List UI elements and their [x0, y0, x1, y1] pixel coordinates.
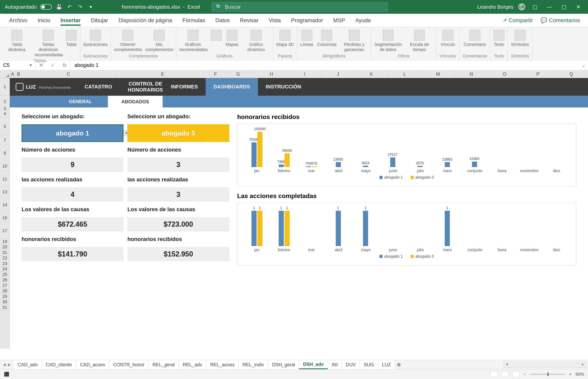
row-header[interactable]: 17	[0, 223, 10, 239]
row-header[interactable]: 25	[0, 272, 10, 277]
formula-input[interactable]: abogado 1	[71, 62, 579, 68]
select-all-corner[interactable]	[0, 70, 10, 78]
row-header[interactable]: 29	[0, 294, 10, 299]
column-header[interactable]: N	[455, 70, 488, 78]
minimize-icon[interactable]: —	[544, 3, 554, 11]
tab-revisar[interactable]: Revisar	[235, 14, 264, 27]
ribbon-item[interactable]: Escala de tiempo	[406, 30, 433, 52]
share-button[interactable]: ↗ Compartir	[499, 17, 537, 24]
maximize-icon[interactable]: ▢	[559, 3, 569, 11]
fx-icon[interactable]: fx	[63, 62, 67, 68]
tab-msp[interactable]: MSP	[328, 14, 350, 27]
column-header[interactable]: M	[421, 70, 455, 78]
ribbon-item[interactable]: Tabla	[66, 30, 77, 47]
sheet-tab-REL_adv[interactable]: REL_adv	[179, 360, 206, 369]
ribbon-display-icon[interactable]: ▢	[530, 3, 540, 11]
sheet-tab-DSH_adv[interactable]: DSH_adv	[299, 360, 328, 369]
row-header[interactable]: 8	[0, 145, 10, 161]
name-box[interactable]: C5▾	[0, 60, 35, 70]
ribbon-item[interactable]: Tabla dinámica	[3, 30, 31, 52]
ribbon-item[interactable]: Vínculo	[441, 30, 455, 47]
sheet-nav-next-icon[interactable]: ►	[7, 362, 12, 367]
column-header[interactable]: F	[210, 70, 221, 78]
sheet-tab-CAD_adv[interactable]: CAD_adv	[14, 360, 42, 369]
row-header[interactable]: 21	[0, 250, 10, 255]
column-header[interactable]: E	[116, 70, 210, 78]
tab-insertar[interactable]: Insertar	[55, 14, 86, 27]
ribbon-item[interactable]: Símbolos	[511, 30, 529, 47]
tab-ayuda[interactable]: Ayuda	[350, 14, 376, 27]
row-header[interactable]: 28	[0, 288, 10, 294]
zoom-out-button[interactable]: −	[523, 372, 526, 377]
record-macro-icon[interactable]: ⬛	[4, 372, 9, 377]
row-header[interactable]: 30	[0, 299, 10, 305]
ribbon-item[interactable]: Comentario	[464, 30, 486, 47]
subtab-abogados[interactable]: ABOGADOS	[108, 96, 163, 108]
row-header[interactable]: 14	[0, 197, 10, 213]
sheet-tab-SUG[interactable]: SUG	[360, 360, 378, 369]
tab-datos[interactable]: Datos	[210, 14, 235, 27]
column-header[interactable]: C	[22, 70, 116, 78]
row-header[interactable]: 4	[0, 110, 10, 118]
row-header[interactable]: 10	[0, 161, 10, 171]
nav-instruccion[interactable]: INSTRUCCIÓN	[258, 78, 309, 96]
tab-formulas[interactable]: Fórmulas	[177, 14, 210, 27]
subtab-general[interactable]: GENERAL	[53, 96, 108, 108]
ribbon-item[interactable]: Tablas dinámicas recomendadas	[34, 30, 62, 57]
ribbon-item[interactable]: Líneas	[300, 30, 313, 47]
column-header[interactable]: B	[16, 70, 22, 78]
ribbon-item[interactable]: Segmentación de datos	[374, 30, 402, 52]
row-header[interactable]: 1	[0, 78, 10, 96]
ribbon-item[interactable]: Pérdidas y ganancias	[340, 30, 368, 52]
ribbon-item[interactable]: Ilustraciones	[83, 30, 108, 47]
chart1[interactable]: 7000010000073863900075067513950362427017…	[237, 124, 576, 187]
sheet-nav-prev-icon[interactable]: ◄	[2, 362, 7, 367]
tab-archivo[interactable]: Archivo	[4, 14, 32, 27]
redo-icon[interactable]: ↷	[77, 3, 84, 10]
sheet-tab-REL_acoes[interactable]: REL_acoes	[206, 360, 239, 369]
column-header[interactable]: J	[322, 70, 355, 78]
tab-vista[interactable]: Vista	[264, 14, 286, 27]
row-header[interactable]: 19	[0, 239, 10, 244]
search-box[interactable]: 🔍 Buscar	[212, 2, 388, 12]
chart2[interactable]: 1111111janfebreromarabrilmayojuniojulioh…	[237, 203, 576, 266]
row-header[interactable]: 22	[0, 255, 10, 261]
tab-disposicion[interactable]: Disposición de página	[113, 14, 177, 27]
sheet-tab-INI[interactable]: INI	[328, 360, 342, 369]
row-header[interactable]: 24	[0, 266, 10, 272]
qat-dropdown-icon[interactable]: ▾	[87, 3, 94, 10]
close-icon[interactable]: ✕	[573, 3, 583, 11]
column-header[interactable]: Q	[555, 70, 588, 78]
comments-button[interactable]: 💬 Comentarios	[537, 17, 584, 24]
column-header[interactable]: L	[388, 70, 421, 78]
column-header[interactable]: O	[488, 70, 521, 78]
column-header[interactable]: I	[288, 70, 322, 78]
username[interactable]: Leandro Borges	[477, 4, 513, 10]
column-header[interactable]: H	[255, 70, 288, 78]
row-header[interactable]: 27	[0, 283, 10, 288]
page-layout-view-icon[interactable]	[501, 371, 509, 377]
ribbon-item[interactable]: Mapas	[226, 30, 239, 47]
row-header[interactable]: 2	[0, 96, 10, 108]
sheet-tab-CAD_cliente[interactable]: CAD_cliente	[42, 360, 76, 369]
save-icon[interactable]: 💾	[55, 3, 62, 10]
sheet-tab-REL_geral[interactable]: REL_geral	[149, 360, 179, 369]
row-header[interactable]: 11	[0, 171, 10, 187]
ribbon-item[interactable]: Texto	[494, 30, 505, 47]
zoom-level[interactable]: 90%	[575, 372, 584, 377]
tab-inicio[interactable]: Inicio	[32, 14, 55, 27]
row-header[interactable]: 7	[0, 135, 10, 145]
row-header[interactable]: 31	[0, 305, 10, 310]
sheet-tab-DUV[interactable]: DUV	[342, 360, 360, 369]
row-header[interactable]: 5	[0, 118, 10, 135]
user-avatar[interactable]: LB	[518, 3, 525, 10]
row-header[interactable]: 20	[0, 244, 10, 250]
nav-catastro[interactable]: CATASTRO	[77, 78, 120, 96]
zoom-slider[interactable]	[530, 374, 565, 375]
autosave-toggle[interactable]	[40, 4, 52, 10]
tab-programador[interactable]: Programador	[286, 14, 328, 27]
horizontal-scrollbar[interactable]	[504, 362, 586, 368]
row-header[interactable]: 23	[0, 261, 10, 266]
row-header[interactable]: 26	[0, 277, 10, 283]
ribbon-item[interactable]: Mis complementos	[145, 30, 173, 52]
